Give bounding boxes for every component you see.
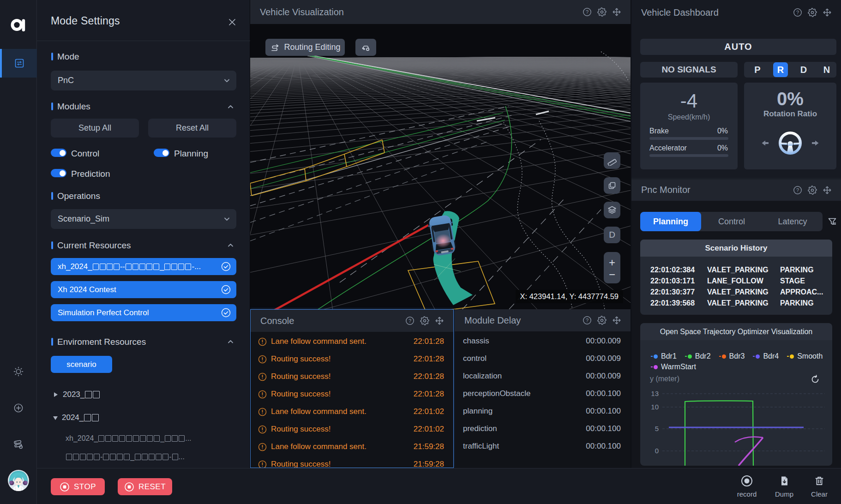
svg-text:?: ? — [408, 318, 411, 324]
svg-text:5: 5 — [655, 425, 659, 432]
svg-text:10: 10 — [651, 403, 659, 411]
svg-text:?: ? — [796, 187, 799, 193]
svg-text:0: 0 — [655, 447, 659, 455]
svg-text:?: ? — [586, 318, 589, 323]
svg-text:?: ? — [586, 9, 589, 15]
svg-text:?: ? — [796, 10, 799, 15]
svg-text:13: 13 — [651, 390, 659, 397]
